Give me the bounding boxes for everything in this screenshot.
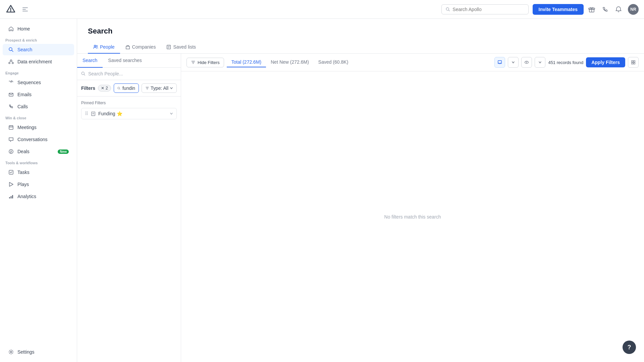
export-icon-button[interactable] bbox=[494, 57, 505, 68]
deals-new-badge: New bbox=[58, 149, 69, 154]
svg-line-12 bbox=[12, 50, 13, 52]
svg-rect-4 bbox=[22, 9, 26, 10]
pin-star-icon: ⭐ bbox=[117, 111, 122, 116]
content-area: Search People Companies Saved lists bbox=[77, 19, 644, 362]
sidebar-item-settings[interactable]: Settings bbox=[3, 346, 74, 358]
filter-count-badge[interactable]: ✕ 2 bbox=[98, 85, 111, 92]
search-people-box[interactable] bbox=[77, 68, 181, 80]
settings-label: Settings bbox=[17, 349, 35, 355]
search-nav-icon bbox=[8, 47, 14, 53]
phone-icon[interactable] bbox=[601, 5, 609, 13]
avatar[interactable]: NR bbox=[628, 4, 639, 15]
type-filter-icon bbox=[145, 86, 149, 90]
sidebar-item-search[interactable]: Search bbox=[3, 44, 74, 55]
records-count: 451 records found bbox=[548, 60, 583, 65]
export-icon bbox=[497, 60, 502, 65]
chevron-down-icon bbox=[512, 61, 515, 64]
svg-line-17 bbox=[12, 61, 13, 63]
home-icon bbox=[8, 26, 14, 32]
sub-tab-search[interactable]: Search bbox=[77, 54, 103, 68]
help-button[interactable]: ? bbox=[623, 341, 636, 354]
logo[interactable] bbox=[5, 4, 16, 15]
sidebar-item-sequences[interactable]: Sequences bbox=[3, 77, 74, 88]
data-enrichment-label: Data enrichment bbox=[17, 59, 52, 64]
apply-filters-button[interactable]: Apply Filters bbox=[586, 57, 625, 67]
pinned-label: Pinned Filters bbox=[81, 101, 177, 105]
sidebar-item-analytics[interactable]: Analytics bbox=[3, 191, 74, 202]
view-tab-net-new[interactable]: Net New (272.6M) bbox=[266, 57, 314, 67]
saved-lists-tab-icon bbox=[166, 45, 171, 49]
eye-icon-button[interactable] bbox=[521, 57, 532, 68]
page-title: Search bbox=[88, 27, 633, 36]
search-apollo-box[interactable] bbox=[441, 4, 529, 14]
svg-rect-49 bbox=[498, 61, 502, 64]
left-panel: Search Saved searches Filters ✕ 2 bbox=[77, 54, 181, 362]
gift-icon[interactable] bbox=[588, 5, 596, 13]
svg-rect-25 bbox=[9, 197, 10, 198]
funding-icon bbox=[91, 111, 96, 116]
svg-rect-27 bbox=[12, 195, 13, 198]
companies-tab-icon bbox=[125, 45, 130, 49]
search-apollo-input[interactable] bbox=[452, 7, 524, 12]
sidebar-item-data-enrichment[interactable]: Data enrichment bbox=[3, 56, 74, 67]
svg-line-16 bbox=[9, 61, 10, 63]
home-label: Home bbox=[17, 26, 30, 32]
tab-companies[interactable]: Companies bbox=[120, 41, 161, 54]
sidebar-item-plays[interactable]: Plays bbox=[3, 179, 74, 190]
chevron-down-icon-button[interactable] bbox=[508, 57, 519, 68]
sidebar-item-calls[interactable]: Calls bbox=[3, 101, 74, 112]
topbar-right: Invite Teammates bbox=[441, 4, 639, 15]
sidebar-item-conversations[interactable]: Conversations bbox=[3, 134, 74, 145]
type-filter-label: Type: All bbox=[151, 85, 168, 91]
expand-chevron-icon bbox=[170, 112, 173, 115]
tab-people[interactable]: People bbox=[88, 41, 120, 54]
page-tabs: People Companies Saved lists bbox=[88, 41, 633, 53]
filter-search-input[interactable] bbox=[122, 85, 135, 91]
conversations-icon bbox=[8, 136, 14, 142]
pinned-item-funding[interactable]: ⠿ Funding ⭐ bbox=[81, 108, 177, 119]
calls-label: Calls bbox=[17, 104, 28, 109]
filter-search-box[interactable] bbox=[114, 83, 139, 93]
search-people-icon bbox=[81, 71, 86, 76]
sidebar-toggle[interactable] bbox=[20, 4, 30, 14]
type-filter-dropdown[interactable]: Type: All bbox=[142, 83, 177, 93]
filters-label: Filters bbox=[81, 85, 95, 91]
search-people-input[interactable] bbox=[88, 71, 177, 76]
svg-point-13 bbox=[10, 60, 12, 62]
sub-tab-saved-searches[interactable]: Saved searches bbox=[103, 54, 147, 68]
sidebar: Home Prospect & enrich Search Data enric… bbox=[0, 19, 77, 362]
svg-point-51 bbox=[526, 62, 527, 63]
right-toolbar: Hide Filters Total (272.6M) Net New (272… bbox=[181, 54, 644, 71]
tasks-icon bbox=[8, 169, 14, 175]
svg-line-37 bbox=[84, 74, 85, 75]
eye-chevron-icon-button[interactable] bbox=[535, 57, 545, 68]
sidebar-item-emails[interactable]: Emails bbox=[3, 89, 74, 100]
sidebar-item-meetings[interactable]: Meetings bbox=[3, 122, 74, 133]
svg-rect-5 bbox=[22, 11, 28, 11]
svg-rect-31 bbox=[126, 46, 129, 49]
sub-tabs: Search Saved searches bbox=[77, 54, 181, 68]
svg-line-7 bbox=[448, 10, 449, 11]
people-tab-icon bbox=[93, 45, 98, 49]
view-tab-saved[interactable]: Saved (60.8K) bbox=[314, 57, 353, 67]
sidebar-item-deals[interactable]: Deals New bbox=[3, 146, 74, 157]
sidebar-item-tasks[interactable]: Tasks bbox=[3, 167, 74, 178]
bell-icon[interactable] bbox=[614, 5, 623, 13]
emails-icon bbox=[8, 92, 14, 98]
main-layout: Home Prospect & enrich Search Data enric… bbox=[0, 19, 644, 362]
topbar-left bbox=[5, 4, 30, 15]
right-panel: Hide Filters Total (272.6M) Net New (272… bbox=[181, 54, 644, 362]
plays-icon bbox=[8, 181, 14, 187]
data-enrichment-icon bbox=[8, 59, 14, 65]
invite-teammates-button[interactable]: Invite Teammates bbox=[533, 4, 584, 15]
tools-section-label: Tools & workflows bbox=[0, 158, 77, 166]
tab-saved-lists[interactable]: Saved lists bbox=[161, 41, 201, 54]
filter-count: 2 bbox=[106, 86, 108, 90]
view-tab-total[interactable]: Total (272.6M) bbox=[227, 57, 266, 67]
analytics-label: Analytics bbox=[17, 194, 36, 199]
grid-toggle-button[interactable] bbox=[628, 57, 639, 68]
sidebar-item-home[interactable]: Home bbox=[3, 23, 74, 35]
svg-point-14 bbox=[9, 62, 10, 64]
sidebar-bottom: Settings bbox=[0, 346, 77, 358]
hide-filters-button[interactable]: Hide Filters bbox=[186, 58, 224, 67]
